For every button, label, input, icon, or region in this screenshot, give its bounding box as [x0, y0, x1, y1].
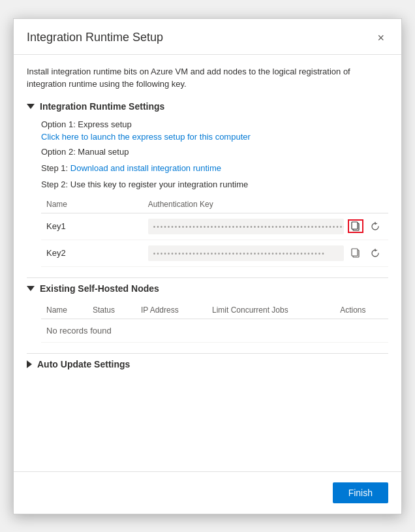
key2-refresh-button[interactable]	[367, 247, 383, 260]
finish-button[interactable]: Finish	[333, 482, 388, 503]
table-row: Key1 •••••••••••••••••••••••••••••••••••…	[41, 213, 388, 240]
table-row: No records found	[41, 319, 388, 342]
table-row: Key2 •••••••••••••••••••••••••••••••••••…	[41, 240, 388, 266]
nodes-table-header-row: Name Status IP Address Limit Concurrent …	[41, 302, 388, 319]
divider-2	[27, 353, 388, 354]
authentication-key-table: Name Authentication Key Key1 •••••	[41, 196, 388, 267]
key2-copy-button[interactable]	[348, 246, 363, 260]
option2-label: Option 2: Manual setup	[41, 147, 388, 157]
col-limit-header: Limit Concurrent Jobs	[207, 302, 335, 319]
modal-title: Integration Runtime Setup	[27, 31, 163, 44]
section-autoupdate-header[interactable]: Auto Update Settings	[27, 359, 388, 369]
key1-name: Key1	[41, 213, 143, 240]
col-status-header: Status	[87, 302, 136, 319]
section-nodes-content: Name Status IP Address Limit Concurrent …	[27, 302, 388, 343]
key2-masked-value: ••••••••••••••••••••••••••••••••••••••••…	[148, 245, 344, 261]
description-text: Install integration runtime bits on Azur…	[27, 65, 388, 91]
col-ip-header: IP Address	[136, 302, 207, 319]
modal-header: Integration Runtime Setup ×	[14, 19, 401, 55]
option1-label: Option 1: Express setup	[41, 119, 388, 129]
svg-rect-1	[352, 222, 358, 229]
expand-icon-autoupdate	[27, 360, 32, 368]
copy-icon	[351, 221, 360, 231]
refresh-icon	[371, 249, 380, 258]
refresh-icon	[371, 222, 380, 231]
col-actions-header: Actions	[335, 302, 388, 319]
key1-value-container: ••••••••••••••••••••••••••••••••••••••••…	[148, 219, 383, 234]
section-runtime-settings-title: Integration Runtime Settings	[40, 101, 164, 112]
key2-value-container: ••••••••••••••••••••••••••••••••••••••••…	[148, 245, 383, 261]
key1-masked-value: ••••••••••••••••••••••••••••••••••••••••…	[148, 219, 344, 234]
key2-value-cell: ••••••••••••••••••••••••••••••••••••••••…	[143, 240, 388, 266]
copy-icon	[351, 248, 360, 258]
close-button[interactable]: ×	[373, 29, 388, 46]
download-runtime-link[interactable]: Download and install integration runtime	[70, 163, 221, 173]
key2-name: Key2	[41, 240, 143, 266]
col-name-header: Name	[41, 196, 143, 213]
svg-rect-3	[352, 249, 358, 256]
modal-body: Install integration runtime bits on Azur…	[14, 55, 401, 471]
col-name-header: Name	[41, 302, 87, 319]
express-setup-link[interactable]: Click here to launch the express setup f…	[41, 132, 251, 142]
key1-refresh-button[interactable]	[367, 220, 383, 233]
key-table-header-row: Name Authentication Key	[41, 196, 388, 213]
modal-dialog: Integration Runtime Setup × Install inte…	[13, 18, 402, 514]
section-autoupdate-title: Auto Update Settings	[37, 359, 130, 369]
collapse-icon-runtime	[27, 104, 35, 109]
divider-1	[27, 277, 388, 278]
section-runtime-settings-content: Option 1: Express setup Click here to la…	[27, 119, 388, 267]
collapse-icon-nodes	[27, 286, 35, 291]
step2-text: Step 2: Use this key to register your in…	[41, 180, 388, 189]
key1-copy-button[interactable]	[348, 219, 363, 233]
step1-prefix: Step 1:	[41, 163, 70, 173]
section-nodes-header[interactable]: Existing Self-Hosted Nodes	[27, 283, 388, 294]
step1-text: Step 1: Download and install integration…	[41, 163, 388, 173]
section-runtime-settings-header[interactable]: Integration Runtime Settings	[27, 101, 388, 112]
nodes-table: Name Status IP Address Limit Concurrent …	[41, 302, 388, 343]
modal-footer: Finish	[14, 471, 401, 514]
section-nodes-title: Existing Self-Hosted Nodes	[40, 283, 159, 294]
no-records-text: No records found	[41, 319, 388, 342]
col-auth-key-header: Authentication Key	[143, 196, 388, 213]
key1-value-cell: ••••••••••••••••••••••••••••••••••••••••…	[143, 213, 388, 240]
